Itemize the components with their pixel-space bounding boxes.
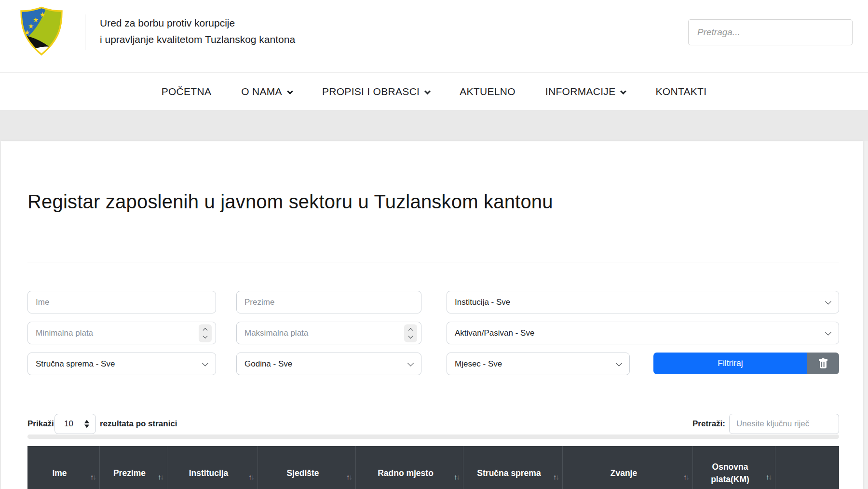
nav-item-kontakti[interactable]: KONTAKTI (655, 86, 706, 97)
column-header-prezime[interactable]: Prezime ↑↓ (99, 446, 167, 489)
trash-icon (818, 358, 828, 369)
mjesec-select[interactable]: Mjesec - Sve (447, 353, 630, 375)
table-header-row: Ime ↑↓ Prezime ↑↓ Institucija ↑↓ Sjedišt… (27, 446, 839, 489)
sort-icon: ↑↓ (158, 472, 163, 483)
page-title: Registar zaposlenih u javnom sektoru u T… (27, 191, 553, 213)
length-label-before: Prikaži (27, 414, 54, 434)
institucija-select[interactable]: Institucija - Sve (447, 291, 839, 313)
column-header-empty (775, 446, 839, 489)
table-search-label: Pretraži: (671, 414, 725, 434)
nav-item-pocetna[interactable]: POČETNA (162, 86, 212, 97)
triangle-up-down-icon (84, 420, 89, 428)
table-search-input[interactable] (729, 414, 839, 434)
column-header-institucija[interactable]: Institucija ↑↓ (167, 446, 258, 489)
sort-icon: ↑↓ (766, 472, 771, 483)
site-header: ★ ★ ★ ★ ★ Ured za borbu protiv korupcije… (0, 0, 868, 72)
chevron-down-icon (621, 88, 627, 95)
column-header-radno-mjesto[interactable]: Radno mjesto ↑↓ (355, 446, 463, 489)
aktivan-pasivan-select[interactable]: Aktivan/Pasivan - Sve (447, 322, 839, 344)
prezime-input[interactable] (236, 291, 421, 313)
column-header-strucna-sprema[interactable]: Stručna sprema ↑↓ (463, 446, 562, 489)
number-spinner[interactable] (199, 324, 212, 342)
divider (27, 262, 839, 262)
chevron-down-icon (407, 360, 414, 366)
register-card: Registar zaposlenih u javnom sektoru u T… (1, 141, 863, 489)
sort-icon: ↑↓ (553, 472, 558, 483)
column-header-zvanje[interactable]: Zvanje ↑↓ (562, 446, 692, 489)
minimalna-plata-input[interactable] (27, 322, 216, 344)
sort-icon: ↑↓ (346, 472, 352, 483)
chevron-down-icon (825, 329, 831, 335)
ime-field-wrap (27, 291, 216, 313)
header-divider (85, 14, 85, 50)
strucna-sprema-select[interactable]: Stručna sprema - Sve (27, 353, 216, 375)
chevron-down-icon (408, 334, 413, 339)
max-plata-field-wrap (236, 322, 421, 344)
ime-input[interactable] (27, 291, 216, 313)
chevron-up-icon (408, 328, 413, 333)
org-title-line2: i upravljanje kvalitetom Tuzlanskog kant… (100, 31, 295, 48)
column-header-ime[interactable]: Ime ↑↓ (27, 446, 99, 489)
sort-icon: ↑↓ (683, 472, 689, 483)
length-label-after: rezultata po stranici (100, 414, 177, 434)
nav-item-propisi-i-obrasci[interactable]: PROPISI I OBRASCI (322, 86, 430, 97)
table-scrollbar[interactable] (27, 435, 839, 439)
sort-icon: ↑↓ (454, 472, 459, 483)
nav-item-o-nama[interactable]: O NAMA (241, 86, 292, 97)
nav-item-informacije[interactable]: INFORMACIJE (545, 86, 626, 97)
column-header-sjediste[interactable]: Sjedište ↑↓ (258, 446, 355, 489)
site-search-input[interactable] (688, 19, 853, 45)
chevron-down-icon (825, 298, 831, 304)
sort-icon: ↑↓ (90, 472, 95, 483)
background-band (0, 110, 868, 141)
clear-filters-button[interactable] (807, 353, 839, 374)
nav-item-aktuelno[interactable]: AKTUELNO (460, 86, 515, 97)
maksimalna-plata-input[interactable] (236, 322, 421, 344)
tuzla-canton-coat-of-arms-logo[interactable]: ★ ★ ★ ★ ★ (19, 6, 64, 58)
chevron-down-icon (203, 334, 208, 339)
chevron-down-icon (424, 88, 431, 95)
chevron-down-icon (202, 360, 208, 366)
org-title-line1: Ured za borbu protiv korupcije (100, 15, 295, 31)
chevron-down-icon (287, 88, 293, 95)
prezime-field-wrap (236, 291, 421, 313)
filter-button[interactable]: Filtriraj (653, 353, 807, 374)
chevron-up-icon (203, 328, 208, 333)
svg-text:★: ★ (40, 11, 46, 18)
main-nav: POČETNA O NAMA PROPISI I OBRASCI AKTUELN… (0, 72, 868, 110)
column-header-osnovna-plata[interactable]: Osnovna plata(KM) ↑↓ (692, 446, 775, 489)
number-spinner[interactable] (404, 324, 417, 342)
min-plata-field-wrap (27, 322, 216, 344)
shield-icon: ★ ★ ★ ★ ★ (19, 6, 64, 56)
page-length-select[interactable]: 10 (54, 414, 96, 434)
godina-select[interactable]: Godina - Sve (236, 353, 421, 375)
sort-icon: ↑↓ (248, 472, 254, 483)
content-background: Registar zaposlenih u javnom sektoru u T… (0, 141, 868, 489)
chevron-down-icon (616, 360, 622, 366)
org-title: Ured za borbu protiv korupcije i upravlj… (100, 15, 295, 48)
